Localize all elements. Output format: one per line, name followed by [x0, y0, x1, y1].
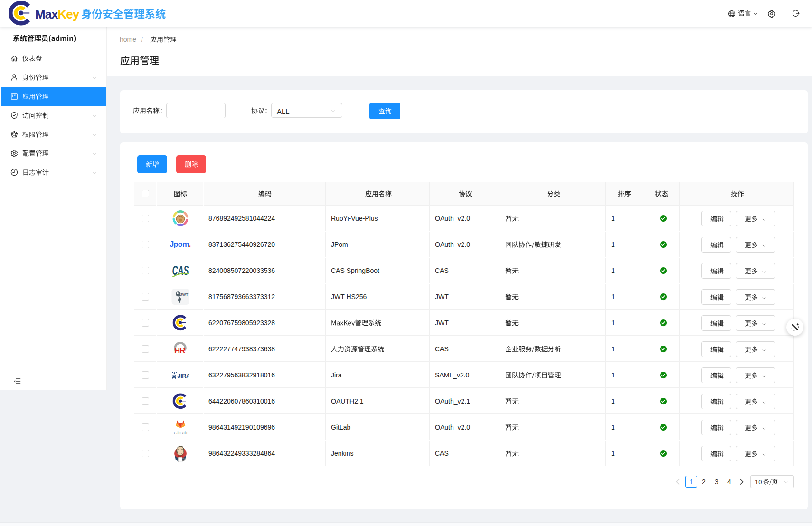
- svg-text:GitLab: GitLab: [174, 430, 187, 435]
- svg-text:HR: HR: [174, 346, 185, 355]
- svg-text:JIRA: JIRA: [177, 373, 189, 379]
- svg-text:JWT: JWT: [180, 292, 188, 297]
